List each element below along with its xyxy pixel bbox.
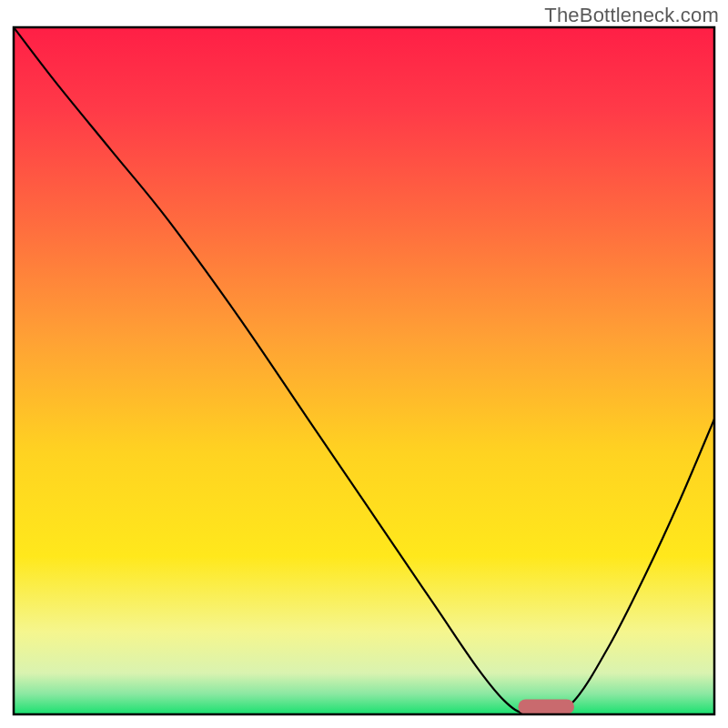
chart-container: TheBottleneck.com — [0, 0, 728, 728]
optimal-marker — [518, 699, 574, 714]
gradient-background — [14, 27, 714, 714]
bottleneck-chart — [0, 0, 728, 728]
